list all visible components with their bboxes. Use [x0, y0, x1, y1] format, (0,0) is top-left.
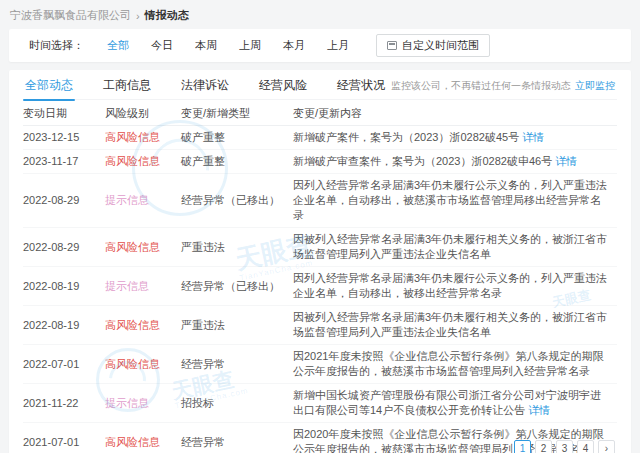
row-change-date: 2021-11-22 [23, 396, 105, 411]
filter-option-all[interactable]: 全部 [98, 36, 138, 55]
risk-level-badge: 高风险信息 [105, 241, 160, 253]
table-row: 2022-08-29提示信息经营异常（已移出）因列入经营异常名录届满3年仍未履行… [23, 174, 617, 228]
filter-option-today[interactable]: 今日 [142, 36, 182, 55]
row-change-content: 因列入经营异常名录届满3年仍未履行公示义务的，列入严重违法企业名单，自动移出，被… [293, 271, 617, 301]
monitor-text: 监控该公司，不再错过任何一条情报动态 [391, 80, 571, 91]
change-content-text: 因列入经营异常名录届满3年仍未履行公示义务的，列入严重违法企业名单，自动移出，被… [293, 179, 607, 221]
row-change-content: 新增破产审查案件，案号为（2023）浙0282破申46号 详情 [293, 154, 617, 169]
row-change-date: 2022-08-19 [23, 318, 105, 333]
tab-operating-status[interactable]: 经营状况 [335, 70, 387, 100]
row-risk-level: 高风险信息 [105, 357, 181, 372]
risk-level-badge: 高风险信息 [105, 131, 160, 143]
row-change-content: 新增中国长城资产管理股份有限公司浙江省分公司对宁波明宇进出口有限公司等14户不良… [293, 388, 617, 418]
row-change-date: 2022-08-29 [23, 240, 105, 255]
tab-legal-proceedings[interactable]: 法律诉讼 [179, 70, 231, 100]
row-risk-level: 高风险信息 [105, 318, 181, 333]
custom-time-range-button[interactable]: 自定义时间范围 [376, 34, 490, 57]
tab-operating-risk[interactable]: 经营风险 [257, 70, 309, 100]
page-button-1[interactable]: 1 [514, 440, 531, 453]
breadcrumb-company-link[interactable]: 宁波香飘飘食品有限公司 [10, 8, 131, 23]
row-change-date: 2021-07-01 [23, 435, 105, 450]
table-row: 2022-08-19高风险信息严重违法因被列入经营异常名录届满3年仍未履行相关义… [23, 306, 617, 345]
page-button-3[interactable]: 3 [556, 440, 573, 453]
breadcrumb: 宁波香飘飘食品有限公司 › 情报动态 [0, 0, 640, 29]
row-risk-level: 高风险信息 [105, 240, 181, 255]
row-change-date: 2023-12-15 [23, 130, 105, 145]
risk-level-badge: 提示信息 [105, 194, 149, 206]
col-header-risk: 风险级别 [105, 106, 181, 121]
risk-level-badge: 提示信息 [105, 397, 149, 409]
filter-option-this-month[interactable]: 本月 [274, 36, 314, 55]
risk-level-badge: 高风险信息 [105, 436, 160, 448]
row-change-type: 招投标 [181, 396, 293, 411]
risk-level-badge: 提示信息 [105, 280, 149, 292]
row-change-type: 经营异常（已移出） [181, 279, 293, 294]
row-change-type: 严重违法 [181, 318, 293, 333]
pagination: 1234› [514, 440, 615, 453]
row-change-date: 2023-11-17 [23, 154, 105, 169]
row-change-date: 2022-08-19 [23, 279, 105, 294]
change-content-text: 因2021年度未按照《企业信息公示暂行条例》第八条规定的期限公示年度报告的，被慈… [293, 350, 603, 377]
row-risk-level: 提示信息 [105, 279, 181, 294]
detail-link[interactable]: 详情 [555, 155, 577, 167]
filter-option-last-month[interactable]: 上月 [318, 36, 358, 55]
time-filter-label: 时间选择： [29, 38, 84, 53]
table-row: 2023-12-15高风险信息破产重整新增破产案件，案号为（2023）浙0282… [23, 126, 617, 150]
detail-link[interactable]: 详情 [528, 404, 550, 416]
monitor-now-link[interactable]: 立即监控 [575, 80, 615, 91]
row-change-type: 经营异常 [181, 357, 293, 372]
row-change-content: 新增破产案件，案号为（2023）浙0282破45号 详情 [293, 130, 617, 145]
table-row: 2022-08-29高风险信息严重违法因被列入经营异常名录届满3年仍未履行相关义… [23, 228, 617, 267]
calendar-icon [387, 41, 397, 50]
row-risk-level: 提示信息 [105, 193, 181, 208]
row-change-type: 经营异常 [181, 435, 293, 450]
custom-range-label: 自定义时间范围 [402, 38, 479, 53]
table-header-row: 变动日期 风险级别 变更/新增类型 变更/更新内容 [23, 102, 617, 126]
change-content-text: 因被列入经营异常名录届满3年仍未履行相关义务的，被浙江省市场监督管理局列入严重违… [293, 233, 607, 260]
feed-panel: 全部动态 工商信息 法律诉讼 经营风险 经营状况 监控该公司，不再错过任何一条情… [9, 70, 631, 453]
risk-level-badge: 高风险信息 [105, 155, 160, 167]
time-filter-bar: 时间选择： 全部 今日 本周 上周 本月 上月 自定义时间范围 [9, 29, 631, 62]
risk-level-badge: 高风险信息 [105, 358, 160, 370]
row-change-content: 因被列入经营异常名录届满3年仍未履行相关义务的，被浙江省市场监督管理局列入严重违… [293, 232, 617, 262]
row-change-type: 严重违法 [181, 240, 293, 255]
change-content-text: 因列入经营异常名录届满3年仍未履行公示义务的，列入严重违法企业名单，自动移出，被… [293, 272, 607, 299]
col-header-type: 变更/新增类型 [181, 106, 293, 121]
change-content-text: 新增破产审查案件，案号为（2023）浙0282破申46号 [293, 155, 552, 167]
change-content-text: 新增破产案件，案号为（2023）浙0282破45号 [293, 131, 519, 143]
change-content-text: 因被列入经营异常名录届满3年仍未履行相关义务的，被浙江省市场监督管理局列入严重违… [293, 311, 607, 338]
monitor-hint: 监控该公司，不再错过任何一条情报动态立即监控 [391, 79, 615, 93]
row-change-type: 破产重整 [181, 154, 293, 169]
detail-link[interactable]: 详情 [522, 131, 544, 143]
risk-level-badge: 高风险信息 [105, 319, 160, 331]
row-change-content: 因2021年度未按照《企业信息公示暂行条例》第八条规定的期限公示年度报告的，被慈… [293, 349, 617, 379]
col-header-content: 变更/更新内容 [293, 106, 617, 121]
row-risk-level: 高风险信息 [105, 130, 181, 145]
row-change-date: 2022-08-29 [23, 193, 105, 208]
col-header-date: 变动日期 [23, 106, 105, 121]
row-risk-level: 提示信息 [105, 396, 181, 411]
page-title: 情报动态 [145, 8, 189, 23]
table-row: 2023-11-17高风险信息破产重整新增破产审查案件，案号为（2023）浙02… [23, 150, 617, 174]
tabs-bar: 全部动态 工商信息 法律诉讼 经营风险 经营状况 监控该公司，不再错过任何一条情… [23, 70, 617, 100]
row-change-date: 2022-07-01 [23, 357, 105, 372]
row-change-content: 因列入经营异常名录届满3年仍未履行公示义务的，列入严重违法企业名单，自动移出，被… [293, 178, 617, 223]
table-row: 2022-07-01高风险信息经营异常因2021年度未按照《企业信息公示暂行条例… [23, 345, 617, 384]
row-change-content: 因被列入经营异常名录届满3年仍未履行相关义务的，被浙江省市场监督管理局列入严重违… [293, 310, 617, 340]
change-content-text: 新增中国长城资产管理股份有限公司浙江省分公司对宁波明宇进出口有限公司等14户不良… [293, 389, 601, 416]
table-body: 2023-12-15高风险信息破产重整新增破产案件，案号为（2023）浙0282… [23, 126, 617, 453]
next-page-button[interactable]: › [598, 440, 615, 453]
page-button-4[interactable]: 4 [577, 440, 594, 453]
filter-option-last-week[interactable]: 上周 [230, 36, 270, 55]
breadcrumb-separator: › [136, 10, 140, 22]
row-change-type: 破产重整 [181, 130, 293, 145]
table-row: 2021-11-22提示信息招投标新增中国长城资产管理股份有限公司浙江省分公司对… [23, 384, 617, 423]
filter-option-this-week[interactable]: 本周 [186, 36, 226, 55]
tab-business-info[interactable]: 工商信息 [101, 70, 153, 100]
row-risk-level: 高风险信息 [105, 435, 181, 450]
tab-all-activity[interactable]: 全部动态 [23, 70, 75, 100]
page-button-2[interactable]: 2 [535, 440, 552, 453]
row-risk-level: 高风险信息 [105, 154, 181, 169]
row-change-type: 经营异常（已移出） [181, 193, 293, 208]
table-row: 2022-08-19提示信息经营异常（已移出）因列入经营异常名录届满3年仍未履行… [23, 267, 617, 306]
